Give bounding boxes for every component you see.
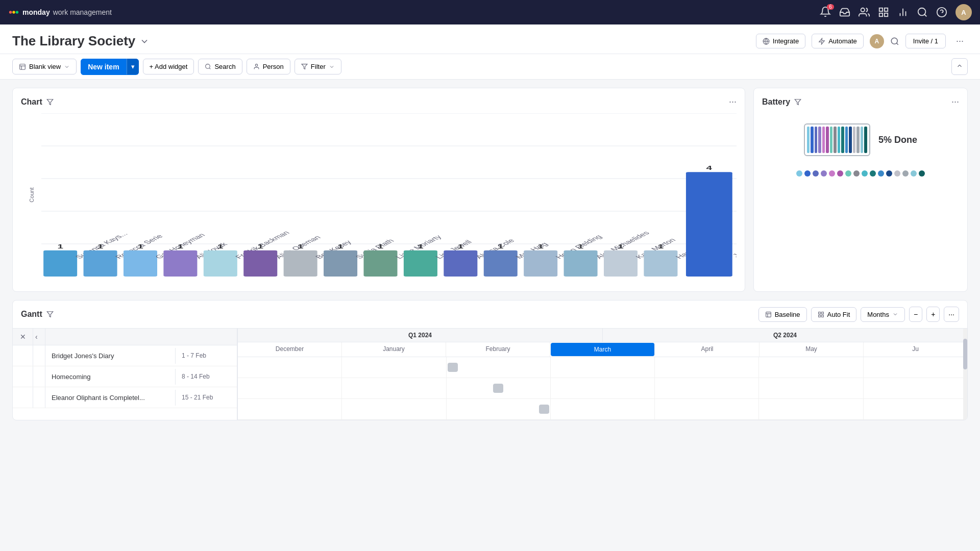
svg-text:1: 1: [618, 243, 623, 249]
gantt-row-1: Bridget Jones's Diary 1 - 7 Feb: [13, 345, 237, 366]
gantt-row-dates-3: 15 - 21 Feb: [176, 390, 237, 405]
board-user-avatar: A: [870, 34, 884, 48]
blank-view-label: Blank view: [29, 63, 61, 70]
battery-seg-12: [849, 127, 852, 153]
people-icon[interactable]: [859, 7, 870, 18]
svg-rect-97: [821, 315, 823, 317]
gantt-nav-btn[interactable]: ‹: [33, 329, 45, 345]
gantt-tl-cell-feb-3: [447, 399, 551, 419]
grid-icon[interactable]: [878, 7, 889, 18]
chart-widget: Chart ··· Count 5: [12, 88, 745, 292]
person-button[interactable]: Person: [247, 59, 290, 74]
search-board-icon[interactable]: [890, 37, 899, 46]
user-avatar[interactable]: A: [955, 4, 972, 20]
gantt-tl-cell-feb-1: [447, 357, 551, 378]
gantt-tl-cell-apr-1: [655, 357, 759, 378]
automate-button[interactable]: Automate: [812, 34, 864, 48]
svg-marker-26: [302, 64, 307, 69]
chart-more-button[interactable]: ···: [729, 96, 737, 107]
svg-text:1: 1: [57, 243, 63, 249]
svg-marker-91: [47, 312, 53, 317]
svg-rect-78: [564, 251, 598, 277]
gantt-tl-cell-apr-2: [655, 378, 759, 398]
filter-icon: [301, 63, 308, 70]
baseline-button[interactable]: Baseline: [758, 307, 807, 322]
zoom-in-button[interactable]: +: [926, 307, 940, 322]
gantt-timeline: Q1 2024 Q2 2024 December January Februar…: [237, 329, 967, 420]
blank-view-icon: [19, 63, 26, 70]
board-title-chevron-icon[interactable]: [139, 36, 150, 46]
notification-count: 6: [827, 4, 834, 10]
gantt-tl-cell-apr-3: [655, 399, 759, 419]
svg-rect-69: [444, 251, 477, 277]
new-item-arrow-button[interactable]: ▾: [127, 59, 139, 74]
gantt-more-button[interactable]: ···: [944, 307, 959, 322]
filter-button[interactable]: Filter: [295, 59, 341, 74]
board-title: The Library Society: [12, 33, 135, 49]
svg-rect-42: [84, 251, 117, 277]
svg-line-24: [209, 68, 210, 69]
dot-3: [813, 170, 819, 177]
autofit-button[interactable]: Auto Fit: [811, 307, 857, 322]
chart-widget-header: Chart ···: [21, 96, 737, 107]
svg-rect-20: [20, 64, 26, 69]
battery-title: Battery: [762, 97, 790, 107]
gantt-filter-icon[interactable]: [46, 311, 54, 318]
collapse-button[interactable]: [951, 58, 968, 75]
gantt-quarters: Q1 2024 Q2 2024: [238, 329, 967, 342]
battery-content: 5% Done: [762, 113, 959, 187]
gantt-row-3: Eleanor Oliphant is Completel... 15 - 21…: [13, 387, 237, 408]
gantt-month-march: March: [551, 343, 655, 356]
baseline-label: Baseline: [775, 311, 800, 318]
chart-filter-icon[interactable]: [46, 98, 54, 106]
add-widget-button[interactable]: + Add widget: [143, 59, 194, 74]
dot-1: [796, 170, 802, 177]
monday-logo-icon: [8, 7, 19, 18]
gantt-row-dates-2: 8 - 14 Feb: [176, 369, 237, 384]
person-label: Person: [263, 63, 284, 70]
gantt-row-name-2: Homecoming: [45, 369, 176, 385]
chart-icon[interactable]: [897, 7, 909, 18]
top-navigation: monday work management 6: [0, 0, 980, 24]
svg-text:1: 1: [258, 243, 263, 249]
inbox-icon[interactable]: [839, 7, 850, 18]
gantt-scrollbar-thumb[interactable]: [963, 339, 967, 369]
baseline-icon: [765, 311, 772, 318]
blank-view-button[interactable]: Blank view: [12, 59, 77, 74]
gantt-row-name-3: Eleanor Oliphant is Completel...: [45, 390, 176, 406]
help-icon[interactable]: [936, 7, 947, 18]
svg-text:1: 1: [137, 243, 143, 249]
svg-rect-54: [243, 251, 277, 277]
gantt-widget: Gantt Baseline Auto Fit: [12, 300, 968, 420]
new-item-label: New item: [88, 63, 119, 71]
zoom-out-button[interactable]: −: [909, 307, 922, 322]
months-button[interactable]: Months: [861, 307, 905, 322]
gantt-bar-1: [448, 363, 458, 372]
battery-more-button[interactable]: ···: [951, 96, 959, 107]
board-more-button[interactable]: ···: [952, 33, 968, 49]
integrate-button[interactable]: Integrate: [756, 34, 805, 48]
battery-dots: [796, 170, 925, 177]
svg-text:1: 1: [298, 243, 303, 249]
app-logo[interactable]: monday work management: [8, 7, 112, 18]
gantt-q1: Q1 2024: [238, 329, 603, 342]
gantt-bar-3: [539, 405, 549, 414]
gantt-close-btn[interactable]: ✕: [13, 329, 33, 345]
new-item-button-group[interactable]: New item ▾: [81, 59, 138, 75]
gantt-tl-cell-feb-2: [447, 378, 551, 398]
svg-text:1: 1: [418, 243, 423, 249]
battery-seg-4: [818, 127, 821, 153]
gantt-tl-row-1: [238, 357, 967, 378]
svg-marker-27: [47, 99, 53, 105]
gantt-task-list: ✕ ‹ Bridget Jones's Diary 1 - 7 Feb: [13, 329, 237, 420]
battery-filter-icon[interactable]: [794, 98, 801, 106]
gantt-title-container: Gantt: [21, 310, 54, 319]
gantt-row-nav-3: [33, 387, 45, 408]
invite-button[interactable]: Invite / 1: [905, 34, 946, 48]
svg-rect-92: [766, 312, 771, 317]
new-item-main-button[interactable]: New item: [81, 59, 126, 75]
notification-bell[interactable]: 6: [820, 6, 831, 19]
search-button[interactable]: Search: [198, 59, 242, 74]
search-nav-icon[interactable]: [917, 7, 928, 18]
svg-rect-96: [821, 312, 823, 314]
